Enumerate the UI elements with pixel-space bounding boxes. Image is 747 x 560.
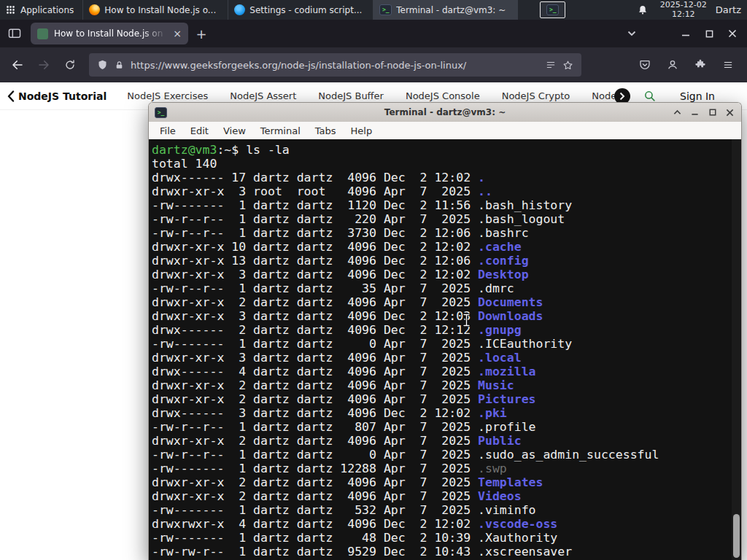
terminal-window: >_ Terminal - dartz@vm3: ~ FileEditViewT… [148, 102, 742, 560]
terminal-line: -rw-r--r-- 1 dartz dartz 0 Apr 7 2025 .s… [152, 448, 730, 462]
pocket-icon [639, 59, 651, 71]
terminal-menu-tabs[interactable]: Tabs [308, 125, 344, 136]
terminal-menu-edit[interactable]: Edit [183, 125, 216, 136]
tray-terminal-button[interactable]: >_ [540, 1, 565, 18]
terminal-menu-help[interactable]: Help [344, 125, 380, 136]
terminal-line: total 140 [152, 157, 730, 171]
site-nav-item[interactable]: NodeJS Crypto [502, 90, 570, 101]
notification-bell-icon[interactable] [637, 4, 649, 16]
terminal-menu-terminal[interactable]: Terminal [253, 125, 308, 136]
terminal-line: -rw------- 1 dartz dartz 532 Apr 7 2025 … [152, 503, 730, 517]
app-menu-button[interactable] [716, 53, 740, 77]
terminal-line: drwxr-xr-x 13 dartz dartz 4096 Dec 2 12:… [152, 254, 730, 268]
terminal-shade-button[interactable] [672, 106, 683, 118]
terminal-close-button[interactable] [724, 106, 735, 118]
window-close-button[interactable] [722, 23, 743, 44]
reload-button[interactable] [58, 53, 82, 77]
account-button[interactable] [661, 53, 684, 77]
site-nav-item[interactable]: NodeJS DNS [592, 90, 614, 101]
site-favicon [37, 28, 48, 39]
firefox-icon [89, 4, 100, 15]
pocket-button[interactable] [633, 53, 657, 77]
terminal-line: drwxr-xr-x 3 dartz dartz 4096 Apr 7 2025… [152, 351, 730, 365]
maximize-icon [705, 30, 713, 38]
firefox-view-icon [8, 28, 21, 39]
lock-icon[interactable] [115, 60, 124, 71]
browser-tab-bar: How to Install Node.js on × + [0, 20, 747, 47]
new-tab-button[interactable]: + [191, 23, 212, 44]
reload-icon [64, 59, 76, 71]
site-nav-item[interactable]: NodeJS Assert [230, 90, 296, 101]
tab-close-icon[interactable]: × [173, 28, 182, 39]
taskbar-item[interactable]: How to Install Node.js o... [82, 0, 228, 20]
window-minimize-button[interactable] [676, 23, 696, 44]
taskbar-item[interactable]: Settings - codium script... [228, 0, 373, 20]
site-search-button[interactable] [643, 90, 656, 102]
firefox-view-button[interactable] [4, 23, 25, 44]
applications-label: Applications [20, 5, 74, 15]
site-nav-item[interactable]: NodeJS Exercises [127, 90, 208, 101]
terminal-line: drwx------ 3 dartz dartz 4096 Dec 2 12:0… [152, 406, 730, 420]
close-icon [728, 29, 737, 38]
terminal-line: drwxr-xr-x 2 dartz dartz 4096 Apr 7 2025… [152, 475, 730, 489]
terminal-menu-view[interactable]: View [216, 125, 253, 136]
terminal-line: drwxr-xr-x 3 dartz dartz 4096 Dec 2 12:0… [152, 309, 730, 323]
terminal-line: drwx------ 17 dartz dartz 4096 Dec 2 12:… [152, 171, 730, 184]
list-all-tabs-button[interactable] [622, 23, 642, 44]
hamburger-menu-icon [722, 60, 734, 70]
forward-icon [37, 58, 50, 71]
site-nav-item[interactable]: NodeJS Buffer [318, 90, 384, 101]
maximize-icon [709, 109, 716, 116]
terminal-scrollbar[interactable] [732, 139, 741, 560]
terminal-title: Terminal - dartz@vm3: ~ [149, 107, 741, 117]
extensions-button[interactable] [689, 53, 712, 77]
terminal-body[interactable]: dartz@vm3:~$ ls -latotal 140drwx------ 1… [149, 139, 741, 560]
sign-in-button[interactable]: Sign In [680, 90, 715, 102]
nav-item-nodejs-tutorial[interactable]: NodeJS Tutorial [18, 90, 107, 102]
search-icon [643, 90, 656, 102]
terminal-line: drwx------ 4 dartz dartz 4096 Apr 7 2025… [152, 365, 730, 378]
panel-user-label[interactable]: Dartz [716, 4, 741, 15]
terminal-minimize-button[interactable] [689, 106, 700, 118]
terminal-icon: >_ [155, 107, 167, 118]
back-button[interactable] [6, 53, 29, 77]
terminal-icon: >_ [546, 4, 559, 15]
terminal-line: drwxr-xr-x 2 dartz dartz 4096 Apr 7 2025… [152, 295, 730, 309]
applications-menu-button[interactable]: Applications [0, 0, 82, 20]
terminal-line: drwxr-xr-x 2 dartz dartz 4096 Apr 7 2025… [152, 489, 730, 503]
taskbar: How to Install Node.js o...Settings - co… [82, 0, 518, 20]
window-maximize-button[interactable] [699, 23, 719, 44]
terminal-line: drwxr-xr-x 2 dartz dartz 4096 Apr 7 2025… [152, 378, 730, 392]
terminal-line: -rw-rw-r-- 1 dartz dartz 9529 Dec 2 10:4… [152, 545, 730, 559]
tab-title: How to Install Node.js on [54, 28, 167, 39]
terminal-menu-file[interactable]: File [152, 125, 183, 136]
chevron-up-icon [673, 109, 681, 115]
url-text: https://www.geeksforgeeks.org/node-js/in… [131, 60, 539, 71]
terminal-line: -rw------- 1 dartz dartz 0 Apr 7 2025 .I… [152, 337, 730, 351]
nav-chevron-left-icon[interactable] [7, 90, 15, 102]
close-icon [726, 109, 734, 117]
scrollbar-thumb[interactable] [733, 514, 740, 558]
tracking-shield-icon[interactable] [97, 59, 108, 71]
chevron-down-icon [627, 31, 636, 36]
clock-time: 12:12 [660, 10, 707, 20]
terminal-menubar: FileEditViewTerminalTabsHelp [149, 122, 741, 139]
taskbar-item[interactable]: >_Terminal - dartz@vm3: ~ [373, 0, 518, 20]
browser-tab[interactable]: How to Install Node.js on × [31, 23, 188, 44]
terminal-titlebar[interactable]: >_ Terminal - dartz@vm3: ~ [149, 103, 741, 122]
url-bar[interactable]: https://www.geeksforgeeks.org/node-js/in… [89, 53, 581, 77]
reader-view-icon[interactable] [546, 60, 556, 70]
forward-button[interactable] [32, 53, 55, 77]
chevron-right-icon [619, 92, 625, 101]
terminal-line: -rw-r--r-- 1 dartz dartz 807 Apr 7 2025 … [152, 420, 730, 434]
toolbar-right-icons [633, 53, 741, 77]
panel-clock[interactable]: 2025-12-02 12:12 [660, 1, 707, 19]
terminal-maximize-button[interactable] [707, 106, 718, 118]
terminal-line: -rw-r--r-- 1 dartz dartz 3730 Dec 2 12:0… [152, 226, 730, 240]
site-nav-item[interactable]: NodeJS Console [406, 90, 480, 101]
terminal-line: -rw------- 1 dartz dartz 48 Dec 2 10:39 … [152, 531, 730, 545]
terminal-line: drwxr-xr-x 2 dartz dartz 4096 Apr 7 2025… [152, 392, 730, 406]
bookmark-star-icon[interactable] [562, 60, 573, 71]
terminal-line: drwxr-xr-x 3 dartz dartz 4096 Dec 2 12:0… [152, 268, 730, 281]
desktop: Applications How to Install Node.js o...… [0, 0, 747, 560]
